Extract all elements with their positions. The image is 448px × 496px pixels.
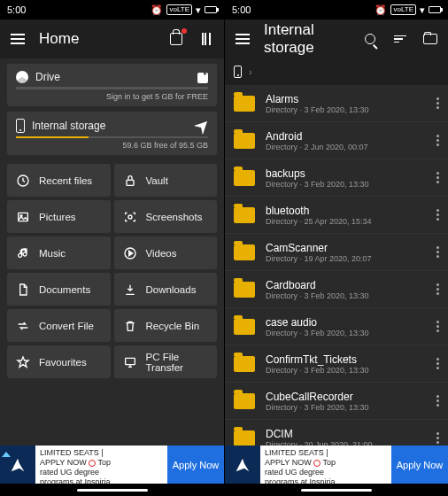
tile-screenshot[interactable]: Screenshots — [114, 200, 218, 233]
store-button[interactable] — [167, 30, 185, 48]
folder-icon — [234, 207, 255, 223]
tile-trash[interactable]: Recycle Bin — [114, 309, 218, 342]
svg-rect-6 — [125, 358, 135, 364]
phone-icon — [234, 66, 242, 78]
folder-name: DCIM — [266, 428, 426, 440]
tile-image[interactable]: Pictures — [7, 200, 111, 233]
more-button[interactable] — [436, 135, 439, 146]
battery-icon — [429, 6, 441, 13]
tile-doc[interactable]: Documents — [7, 273, 111, 306]
more-button[interactable] — [436, 432, 439, 444]
sort-button[interactable] — [391, 30, 409, 48]
folder-meta: Directory · 3 Feb 2020, 13:30 — [266, 366, 426, 375]
menu-button[interactable] — [234, 30, 251, 48]
alarm-icon: ⏰ — [375, 4, 387, 16]
file-list: AlarmsDirectory · 3 Feb 2020, 13:30Andro… — [225, 85, 448, 446]
folder-meta: Directory · 3 Feb 2020, 13:30 — [266, 291, 426, 300]
folder-icon — [234, 96, 255, 112]
more-button[interactable] — [436, 395, 439, 407]
folder-row[interactable]: CubeCallRecorderDirectory · 3 Feb 2020, … — [225, 383, 448, 420]
drive-label: Drive — [35, 71, 60, 83]
folder-row[interactable]: CardboardDirectory · 3 Feb 2020, 13:30 — [225, 271, 448, 308]
download-icon — [123, 283, 137, 297]
tile-label: Videos — [146, 248, 177, 259]
ad-text: LIMITED SEATS | APPLY NOW Top rated UG d… — [260, 446, 391, 484]
folder-meta: Directory · 19 Apr 2020, 20:07 — [266, 254, 426, 263]
tile-label: Pictures — [39, 212, 76, 222]
folder-icon — [234, 244, 255, 260]
music-icon — [16, 246, 30, 260]
tile-download[interactable]: Downloads — [114, 273, 218, 306]
more-button[interactable] — [436, 321, 439, 332]
ad-logo — [225, 446, 260, 484]
app-bar: Home — [0, 19, 224, 58]
tile-clock[interactable]: Recent files — [7, 164, 111, 197]
tile-label: Downloads — [146, 284, 197, 295]
settings-sliders-button[interactable] — [197, 30, 215, 48]
network-label: voLTE — [390, 4, 416, 15]
tile-label: PC File Transfer — [146, 352, 209, 373]
convert-icon — [16, 319, 30, 333]
tile-pc[interactable]: PC File Transfer — [114, 345, 218, 378]
folder-name: ConfirmTkt_Tickets — [266, 353, 426, 366]
nav-bar — [0, 484, 224, 496]
folder-row[interactable]: CamScannerDirectory · 19 Apr 2020, 20:07 — [225, 234, 448, 271]
folder-icon — [234, 356, 255, 372]
folder-row[interactable]: backupsDirectory · 3 Feb 2020, 13:30 — [225, 159, 448, 197]
internal-storage-card[interactable]: Internal storage 59.6 GB free of 95.5 GB — [7, 112, 217, 156]
folder-row[interactable]: bluetoothDirectory · 25 Apr 2020, 15:34 — [225, 197, 448, 234]
tile-play[interactable]: Videos — [114, 236, 218, 269]
folder-row[interactable]: ConfirmTkt_TicketsDirectory · 3 Feb 2020… — [225, 345, 448, 383]
folder-row[interactable]: case audioDirectory · 3 Feb 2020, 13:30 — [225, 308, 448, 345]
folder-icon — [234, 430, 255, 446]
folder-meta: Directory · 3 Feb 2020, 13:30 — [266, 180, 426, 189]
send-icon[interactable] — [196, 119, 210, 133]
ad-indicator-icon — [2, 452, 11, 457]
tile-label: Vault — [146, 175, 168, 186]
new-folder-button[interactable] — [421, 30, 439, 48]
more-button[interactable] — [436, 358, 439, 369]
folder-meta: Directory · 3 Feb 2020, 13:30 — [266, 329, 426, 337]
lock-icon — [123, 174, 137, 188]
ad-banner[interactable]: LIMITED SEATS | APPLY NOW Top rated UG d… — [0, 446, 224, 484]
search-button[interactable] — [361, 30, 379, 48]
more-button[interactable] — [436, 172, 439, 183]
folder-row[interactable]: AlarmsDirectory · 3 Feb 2020, 13:30 — [225, 85, 448, 122]
chevron-right-icon: › — [249, 66, 252, 77]
folder-name: bluetooth — [266, 205, 426, 217]
nav-bar — [225, 484, 448, 496]
tile-label: Favourites — [39, 357, 87, 368]
clock-icon — [16, 174, 30, 188]
alarm-icon: ⏰ — [151, 4, 163, 16]
tile-convert[interactable]: Convert File — [7, 309, 111, 342]
breadcrumb[interactable]: › — [225, 58, 448, 85]
ad-cta-button[interactable]: Apply Now — [167, 446, 224, 484]
ad-banner[interactable]: LIMITED SEATS | APPLY NOW Top rated UG d… — [225, 446, 448, 484]
screen-home: 5:00 ⏰ voLTE ▾ Home Drive Sign in to get… — [0, 0, 224, 496]
menu-button[interactable] — [9, 30, 27, 48]
phone-icon — [16, 119, 25, 133]
category-grid: Recent filesVaultPicturesScreenshotsMusi… — [0, 160, 224, 382]
more-button[interactable] — [436, 97, 439, 109]
drive-card[interactable]: Drive Sign in to get 5 GB for FREE — [7, 64, 217, 106]
addon-icon[interactable] — [196, 71, 210, 85]
tile-label: Music — [39, 248, 66, 259]
more-button[interactable] — [436, 209, 439, 221]
folder-row[interactable]: AndroidDirectory · 2 Jun 2020, 00:07 — [225, 122, 448, 159]
folder-row[interactable]: DCIMDirectory · 20 Jun 2020, 21:00 — [225, 420, 448, 446]
tile-music[interactable]: Music — [7, 236, 111, 269]
folder-name: Alarms — [266, 93, 426, 105]
screenshot-icon — [123, 210, 137, 224]
more-button[interactable] — [436, 283, 439, 295]
tile-star[interactable]: Favourites — [7, 345, 111, 378]
battery-icon — [205, 6, 217, 13]
folder-meta: Directory · 25 Apr 2020, 15:34 — [266, 217, 426, 226]
ad-cta-button[interactable]: Apply Now — [391, 446, 448, 484]
tile-lock[interactable]: Vault — [114, 164, 218, 197]
svg-rect-1 — [127, 180, 134, 185]
doc-icon — [16, 283, 30, 297]
folder-icon — [234, 133, 255, 149]
folder-name: Cardboard — [266, 279, 426, 291]
folder-name: case audio — [266, 316, 426, 329]
more-button[interactable] — [436, 246, 439, 258]
